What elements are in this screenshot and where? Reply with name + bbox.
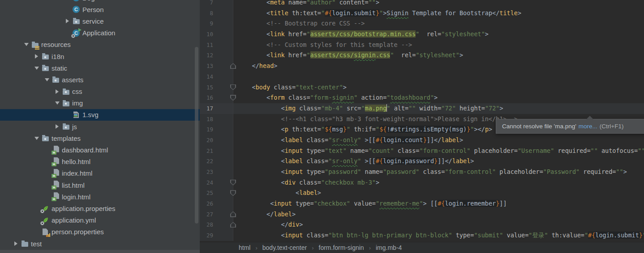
- tree-item-dog[interactable]: CDog: [0, 0, 200, 4]
- tree-item-application[interactable]: CApplication: [0, 27, 200, 39]
- gutter-cell[interactable]: 11: [200, 40, 233, 51]
- tree-item-hello-html[interactable]: Hhello.html: [0, 156, 200, 168]
- code-line[interactable]: 21<input type="text" name="count" class=…: [200, 146, 644, 156]
- gutter-cell[interactable]: 19: [200, 124, 233, 135]
- chevron-collapsed-icon[interactable]: [11, 238, 21, 249]
- gutter-cell[interactable]: 29: [200, 230, 233, 241]
- gutter-cell[interactable]: 25: [200, 188, 233, 198]
- chevron-collapsed-icon[interactable]: [32, 51, 41, 62]
- code-line[interactable]: 7<meta name="author" content="">: [200, 0, 644, 8]
- code-editor[interactable]: 7<meta name="author" content="">8<title …: [200, 0, 644, 242]
- gutter-cell[interactable]: 9: [200, 18, 233, 29]
- code-line[interactable]: 29<input class="btn btn-lg btn-primary b…: [200, 230, 644, 241]
- tree-item-asserts[interactable]: asserts: [0, 74, 200, 85]
- code-line[interactable]: 28</div>: [200, 219, 644, 230]
- tree-item-1-svg[interactable]: 1.svg: [0, 109, 200, 121]
- chevron-expanded-icon[interactable]: [42, 74, 52, 85]
- code-line[interactable]: 26<input type="checkbox" value="remember…: [200, 198, 644, 209]
- tree-item-img[interactable]: img: [0, 97, 200, 109]
- code-line[interactable]: 17<img class="mb-4" src="ma.png" alt="" …: [200, 103, 644, 114]
- code-text: <input type="password" name="password" c…: [233, 167, 627, 177]
- tree-item-person-properties[interactable]: person.properties: [0, 226, 200, 238]
- tree-item-static[interactable]: static: [0, 62, 200, 74]
- gutter-cell[interactable]: 27: [200, 209, 233, 220]
- chevron-collapsed-icon[interactable]: [52, 86, 62, 97]
- chevron-collapsed-icon[interactable]: [52, 121, 62, 132]
- tree-item-application-properties[interactable]: application.properties: [0, 202, 200, 214]
- gutter-cell[interactable]: 23: [200, 167, 233, 177]
- code-token: autofocus=: [601, 147, 638, 154]
- code-line[interactable]: 23<input type="password" name="password"…: [200, 167, 644, 177]
- code-line[interactable]: 9<!-- Bootstrap core CSS -->: [200, 18, 644, 29]
- tree-item-index-html[interactable]: Hindex.html: [0, 168, 200, 179]
- code-line[interactable]: 11<!-- Custom styles for this template -…: [200, 40, 644, 51]
- gutter-cell[interactable]: 8: [200, 8, 233, 19]
- code-line[interactable]: 16<form class="form-signin" action="toda…: [200, 93, 644, 103]
- tree-item-application-yml[interactable]: application.yml: [0, 215, 200, 226]
- tree-item-login-html[interactable]: Hlogin.html: [0, 191, 200, 202]
- tree-item-dashboard-html[interactable]: Hdashboard.html: [0, 144, 200, 156]
- tooltip-more-link[interactable]: more...: [579, 123, 597, 130]
- code-line[interactable]: 10<link href="asserts/css/bootstrap.min.…: [200, 29, 644, 40]
- code-line[interactable]: 22<label class="sr-only" >[[#{login.pass…: [200, 156, 644, 167]
- chevron-expanded-icon[interactable]: [32, 62, 41, 74]
- tree-item-templates[interactable]: templates: [0, 132, 200, 144]
- gutter-cell[interactable]: 10: [200, 29, 233, 40]
- code-line[interactable]: 15<body class="text-center">: [200, 82, 644, 93]
- breadcrumb-item[interactable]: html: [239, 244, 250, 251]
- code-token: login.count: [383, 136, 423, 143]
- gutter-cell[interactable]: 7: [200, 0, 233, 8]
- code-line[interactable]: 24<div class="checkbox mb-3">: [200, 177, 644, 188]
- code-line[interactable]: 14: [200, 72, 644, 82]
- code-text: <input class="btn btn-lg btn-primary btn…: [233, 230, 644, 241]
- line-number: 8: [200, 8, 213, 19]
- project-tree-panel: CDogCPersonserviceCApplicationresourcesi…: [0, 0, 200, 253]
- code-line[interactable]: 12<link href="asserts/css/signin.css" re…: [200, 50, 644, 61]
- code-token: "登录": [528, 232, 548, 239]
- chevron-collapsed-icon[interactable]: [63, 15, 72, 27]
- tree-item-service[interactable]: service: [0, 15, 200, 27]
- breadcrumb-item[interactable]: body.text-center: [262, 244, 307, 251]
- tree-horizontal-scrollbar[interactable]: [0, 250, 200, 253]
- code-line[interactable]: 25<label>: [200, 188, 644, 198]
- tree-item-resources[interactable]: resources: [0, 39, 200, 51]
- line-number: 12: [200, 50, 213, 61]
- tree-item-js[interactable]: js: [0, 121, 200, 132]
- tree-item-i18n[interactable]: i18n: [0, 51, 200, 62]
- gutter-cell[interactable]: 21: [200, 146, 233, 156]
- code-token: [361, 157, 365, 164]
- breadcrumb-separator: ›: [312, 245, 313, 251]
- code-token: [343, 105, 347, 112]
- gutter-cell[interactable]: 26: [200, 198, 233, 209]
- tree-item-test[interactable]: test: [0, 238, 200, 249]
- gutter-cell[interactable]: 20: [200, 135, 233, 146]
- chevron-expanded-icon[interactable]: [21, 39, 31, 51]
- breadcrumb-item[interactable]: form.form-signin: [319, 244, 364, 251]
- chevron-expanded-icon[interactable]: [52, 97, 62, 109]
- chevron-expanded-icon[interactable]: [32, 132, 41, 144]
- gutter-cell[interactable]: 12: [200, 50, 233, 61]
- code-line[interactable]: 27</label>: [200, 209, 644, 220]
- gutter-cell[interactable]: 28: [200, 219, 233, 230]
- tree-item-list-html[interactable]: Hlist.html: [0, 179, 200, 191]
- code-line[interactable]: 13</head>: [200, 61, 644, 72]
- tree-vertical-scrollbar[interactable]: [195, 47, 198, 223]
- gutter-cell[interactable]: 14: [200, 72, 233, 82]
- tree-item-css[interactable]: css: [0, 86, 200, 97]
- gutter-cell[interactable]: 13: [200, 61, 233, 72]
- gutter-cell[interactable]: 16: [200, 93, 233, 103]
- gutter-cell[interactable]: 22: [200, 156, 233, 167]
- html-file-icon: H: [52, 158, 60, 166]
- html-file-icon: H: [52, 146, 60, 154]
- image-file-icon: [72, 111, 80, 119]
- code-text: <label class="sr-only" >[[#{login.count}…: [233, 135, 463, 146]
- gutter-cell[interactable]: 15: [200, 82, 233, 93]
- gutter-cell[interactable]: 18: [200, 114, 233, 125]
- gutter-cell[interactable]: 24: [200, 177, 233, 188]
- gutter-cell[interactable]: 17: [200, 103, 233, 114]
- code-line[interactable]: 20<label class="sr-only" >[[#{login.coun…: [200, 135, 644, 146]
- breadcrumb-item[interactable]: img.mb-4: [376, 244, 402, 251]
- code-line[interactable]: 8<title th:text="#{login.submit}">Signin…: [200, 8, 644, 19]
- tree-item-person[interactable]: CPerson: [0, 4, 200, 15]
- code-token: <: [281, 105, 285, 112]
